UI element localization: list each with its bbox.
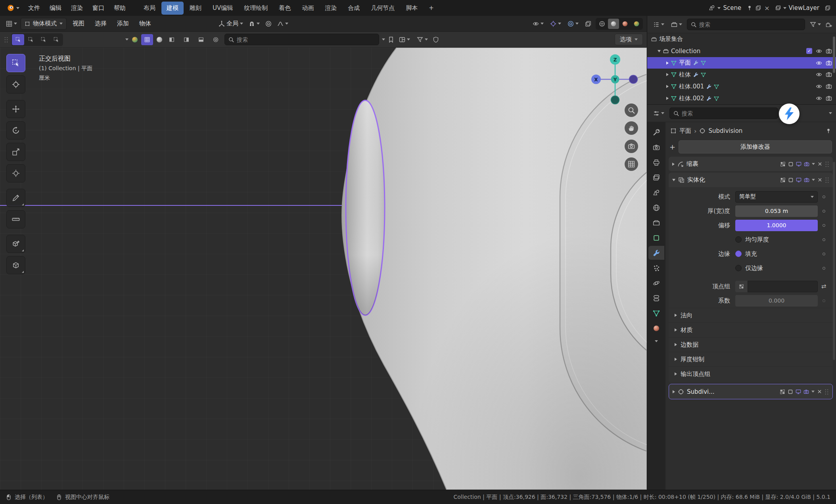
tab-output[interactable] — [648, 155, 664, 169]
expand-icon[interactable] — [666, 61, 669, 65]
mirror-y-button[interactable] — [180, 34, 192, 45]
tab-world[interactable] — [648, 201, 664, 215]
menu-add[interactable]: 添加 — [113, 18, 133, 29]
drag-grip[interactable] — [824, 389, 829, 395]
render-visibility-camera-icon[interactable] — [826, 71, 832, 78]
show-in-editmode-toggle[interactable] — [788, 389, 793, 395]
properties-search-input[interactable] — [682, 110, 774, 117]
tab-modifiers[interactable] — [648, 246, 664, 260]
select-mode-subtract-button[interactable] — [37, 34, 50, 45]
animate-dot[interactable] — [823, 253, 825, 255]
menu-view[interactable]: 视图 — [68, 18, 89, 29]
chevron-down-icon[interactable] — [382, 38, 385, 40]
drag-grip[interactable] — [825, 177, 829, 183]
animate-dot[interactable] — [823, 224, 825, 227]
section-materials[interactable]: 材质 — [669, 322, 833, 337]
animate-dot[interactable] — [823, 267, 825, 270]
navigation-gizmo[interactable]: X Y Z — [591, 51, 640, 110]
menu-help[interactable]: 帮助 — [109, 2, 130, 14]
sphere-icon[interactable] — [156, 36, 163, 43]
workspace-tab-sculpting[interactable]: 雕刻 — [184, 2, 207, 15]
menu-render[interactable]: 渲染 — [66, 2, 88, 14]
shading-wireframe-button[interactable] — [596, 19, 608, 29]
viewport-canvas[interactable]: 正交后视图 (1) Collection | 平面 厘米 — [0, 48, 647, 490]
tab-collection[interactable] — [648, 216, 664, 230]
menu-window[interactable]: 窗口 — [88, 2, 109, 14]
scene-selector[interactable]: Scene — [706, 3, 744, 13]
hide-toggle-eye-icon[interactable] — [816, 71, 822, 78]
region-grip[interactable] — [4, 36, 8, 43]
render-visibility-camera-icon[interactable] — [826, 95, 832, 102]
outliner-item-collection[interactable]: Collection ✓ — [647, 45, 836, 57]
rim-only-checkbox[interactable] — [735, 265, 742, 271]
tool-move[interactable] — [6, 100, 25, 118]
show-on-cage-toggle[interactable] — [780, 389, 785, 395]
add-modifier-button[interactable]: 添加修改器 — [679, 140, 832, 153]
outliner-item-cylinder-001[interactable]: 柱体.001 — [647, 80, 836, 92]
show-in-render-toggle[interactable] — [803, 389, 809, 395]
workspace-tab-add[interactable]: + — [424, 2, 439, 14]
tab-object[interactable] — [648, 231, 664, 245]
tool-cursor[interactable] — [6, 75, 25, 94]
show-in-render-toggle[interactable] — [804, 177, 809, 183]
viewport-search[interactable] — [224, 34, 379, 45]
hide-toggle-eye-icon[interactable] — [816, 95, 822, 102]
hide-toggle-eye-icon[interactable] — [816, 60, 822, 66]
proportional-editing-toggle[interactable] — [263, 19, 274, 29]
new-scene-icon[interactable] — [755, 5, 761, 11]
chevron-down-icon[interactable] — [125, 38, 128, 40]
show-in-viewport-toggle[interactable] — [796, 177, 801, 183]
menu-edit[interactable]: 编辑 — [45, 2, 66, 14]
plus-icon[interactable]: + — [669, 143, 675, 151]
texture-overlay-button[interactable] — [141, 34, 153, 45]
viewlayer-selector[interactable]: ViewLayer — [773, 3, 822, 13]
animate-dot[interactable] — [823, 299, 825, 302]
section-edge-data[interactable]: 边数据 — [669, 337, 833, 352]
animate-dot[interactable] — [823, 195, 825, 198]
zoom-button[interactable] — [625, 103, 638, 117]
expand-icon[interactable] — [672, 163, 675, 166]
outliner-item-plane[interactable]: 平面 — [647, 57, 836, 69]
transform-orientation-dropdown[interactable]: 全局 — [217, 18, 245, 29]
perspective-toggle-button[interactable] — [625, 157, 638, 171]
collection-checkbox[interactable]: ✓ — [806, 48, 812, 54]
gizmos-dropdown[interactable] — [548, 19, 563, 29]
menu-file[interactable]: 文件 — [23, 2, 45, 14]
outliner-scene-collection[interactable]: 场景集合 — [647, 33, 836, 45]
render-visibility-camera-icon[interactable] — [826, 60, 832, 66]
show-in-render-toggle[interactable] — [804, 161, 809, 167]
bookmark-icon[interactable] — [388, 36, 394, 43]
tab-scene[interactable] — [648, 186, 664, 199]
close-icon[interactable] — [817, 177, 823, 182]
tool-extrude[interactable] — [6, 256, 25, 274]
section-output-vertex-groups[interactable]: 输出顶点组 — [669, 366, 833, 381]
solidify-mode-dropdown[interactable]: 简单型 — [735, 191, 818, 203]
drag-grip[interactable] — [825, 161, 829, 167]
modifier-name[interactable]: 实体化 — [687, 176, 705, 184]
tab-active-tool[interactable] — [648, 125, 664, 139]
select-mode-new-button[interactable] — [12, 34, 24, 45]
modifier-header[interactable]: Subdivi... — [669, 384, 832, 399]
tab-view-layer[interactable] — [648, 171, 664, 184]
extras-chevron-icon[interactable] — [811, 391, 815, 393]
tab-physics[interactable] — [648, 276, 664, 290]
screen-overlay-app-logo[interactable] — [779, 103, 800, 124]
expand-icon[interactable] — [666, 97, 669, 100]
shading-solid-button[interactable] — [608, 19, 619, 29]
properties-editor-type-button[interactable] — [651, 109, 666, 118]
expand-icon[interactable] — [673, 390, 675, 393]
properties-search[interactable] — [669, 107, 778, 119]
tab-object-data[interactable] — [648, 306, 664, 320]
tab-constraints[interactable] — [648, 291, 664, 305]
workspace-tab-uv[interactable]: UV编辑 — [207, 2, 238, 15]
search-input[interactable] — [237, 36, 375, 43]
pin-scene-icon[interactable] — [747, 5, 752, 11]
symmetry-button[interactable] — [210, 34, 222, 45]
tool-rotate[interactable] — [6, 121, 25, 140]
select-mode-intersect-button[interactable] — [50, 34, 62, 45]
xray-toggle[interactable] — [583, 19, 593, 29]
visibility-dropdown[interactable] — [531, 19, 546, 29]
extras-chevron-icon[interactable] — [812, 179, 815, 181]
invert-vertex-group-icon[interactable]: ⇄ — [821, 283, 826, 290]
outliner-search-input[interactable] — [699, 21, 801, 28]
